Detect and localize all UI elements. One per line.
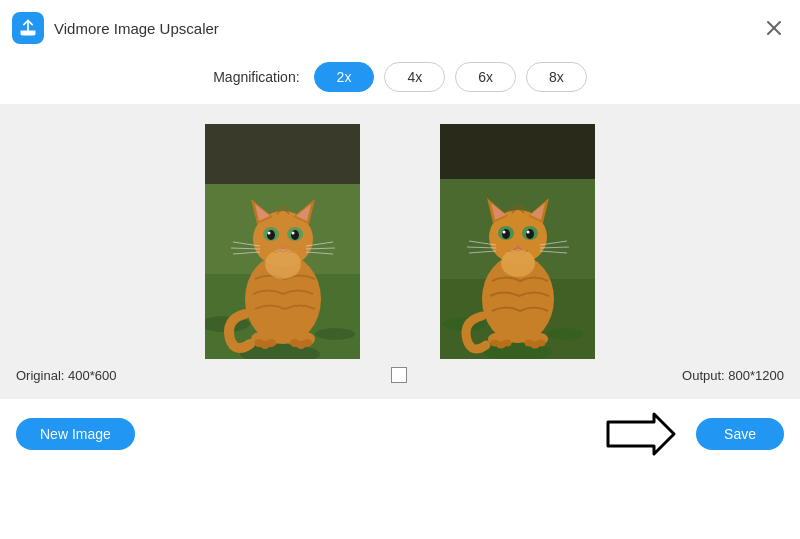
original-image-frame xyxy=(205,124,360,359)
app-icon xyxy=(12,12,44,44)
original-size-label: Original: 400*600 xyxy=(16,368,116,383)
magnification-row: Magnification: 2x 4x 6x 8x xyxy=(0,54,800,104)
svg-point-18 xyxy=(291,230,299,240)
svg-point-20 xyxy=(292,232,295,235)
title-bar: Vidmore Image Upscaler xyxy=(0,0,800,54)
svg-point-54 xyxy=(527,231,530,234)
svg-point-41 xyxy=(547,328,583,340)
magnification-label: Magnification: xyxy=(213,69,299,85)
output-image-panel xyxy=(440,124,595,359)
right-actions: Save xyxy=(600,409,784,459)
save-button[interactable]: Save xyxy=(696,418,784,450)
svg-point-32 xyxy=(266,339,276,347)
svg-point-70 xyxy=(501,249,535,277)
svg-point-19 xyxy=(268,232,271,235)
output-size-label: Output: 800*1200 xyxy=(682,368,784,383)
original-image-panel xyxy=(205,124,360,359)
svg-point-66 xyxy=(503,340,512,347)
svg-point-7 xyxy=(315,328,355,340)
svg-point-52 xyxy=(526,229,534,239)
svg-point-53 xyxy=(503,231,506,234)
compare-checkbox[interactable] xyxy=(391,367,407,383)
svg-point-17 xyxy=(267,230,275,240)
images-row xyxy=(0,124,800,359)
stats-row: Original: 400*600 Output: 800*1200 xyxy=(0,359,800,389)
svg-rect-38 xyxy=(440,124,595,179)
svg-marker-71 xyxy=(608,414,674,454)
svg-point-35 xyxy=(302,339,312,347)
mag-2x-button[interactable]: 2x xyxy=(314,62,375,92)
close-button[interactable] xyxy=(764,18,784,38)
svg-point-69 xyxy=(537,340,546,347)
mag-4x-button[interactable]: 4x xyxy=(384,62,445,92)
bottom-bar: New Image Save xyxy=(0,399,800,469)
svg-point-51 xyxy=(502,229,510,239)
main-area: Original: 400*600 Output: 800*1200 xyxy=(0,104,800,399)
svg-point-36 xyxy=(265,249,301,279)
mag-8x-button[interactable]: 8x xyxy=(526,62,587,92)
new-image-button[interactable]: New Image xyxy=(16,418,135,450)
svg-rect-4 xyxy=(205,124,360,184)
output-image-frame xyxy=(440,124,595,359)
mag-6x-button[interactable]: 6x xyxy=(455,62,516,92)
title-left: Vidmore Image Upscaler xyxy=(12,12,219,44)
arrow-icon xyxy=(600,409,680,459)
app-title: Vidmore Image Upscaler xyxy=(54,20,219,37)
